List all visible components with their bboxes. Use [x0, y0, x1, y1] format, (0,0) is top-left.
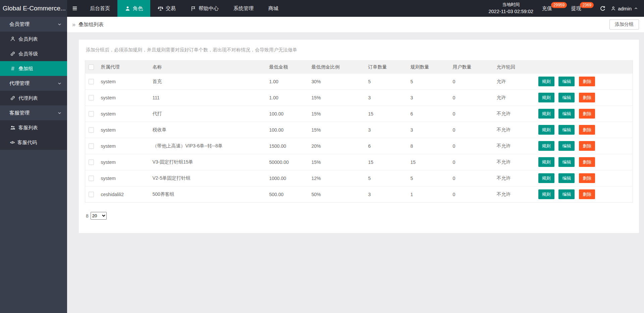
rule-button[interactable]: 规则	[538, 93, 554, 102]
rule-button[interactable]: 规则	[538, 109, 554, 119]
select-all-checkbox[interactable]	[89, 64, 94, 70]
nav-item-dashboard[interactable]: 后台首页	[83, 0, 117, 17]
cell-min-commission: 12%	[312, 170, 368, 186]
flag-icon	[191, 6, 196, 11]
cell-loop: 不允许	[497, 138, 538, 154]
sidebar-toggle-button[interactable]	[67, 0, 83, 17]
row-checkbox[interactable]	[89, 160, 94, 165]
sidebar-item-service-code[interactable]: </> 客服代码	[0, 135, 67, 150]
nav-item-roles[interactable]: 角色	[117, 0, 150, 17]
page-size-select[interactable]: 20	[91, 212, 107, 220]
nav-item-help-center[interactable]: 帮助中心	[183, 0, 226, 17]
people-icon	[10, 125, 15, 130]
row-checkbox[interactable]	[89, 95, 94, 100]
sidebar-item-service-list[interactable]: 客服列表	[0, 120, 67, 135]
col-min-amount: 最低金额	[269, 61, 312, 74]
chevron-down-icon	[57, 111, 62, 115]
rule-button[interactable]: 规则	[538, 141, 554, 151]
delete-button[interactable]: 删除	[579, 173, 595, 183]
cell-name: 111	[153, 90, 269, 106]
scales-icon	[158, 6, 163, 11]
total-count: 8	[86, 213, 89, 219]
delete-button[interactable]: 删除	[579, 125, 595, 135]
cell-name: V2-5单固定打针组	[153, 170, 269, 186]
recharge-badge[interactable]: 29959	[551, 2, 567, 8]
user-menu[interactable]: admin	[611, 6, 638, 11]
rule-button[interactable]: 规则	[538, 189, 554, 199]
local-time: 当地时间 2022-11-03 02:59:02	[488, 1, 533, 15]
page-title: 叠加组列表	[78, 21, 104, 28]
table-row: system 111 1.00 15% 3 3 0 允许 规则 编辑 删除	[85, 90, 633, 106]
cell-orders: 15	[368, 106, 411, 122]
edit-button[interactable]: 编辑	[558, 141, 575, 151]
row-checkbox[interactable]	[89, 176, 94, 181]
cell-name: 500养客组	[153, 186, 269, 203]
edit-button[interactable]: 编辑	[558, 93, 575, 102]
main-menu: 后台首页 角色 交易 帮助中心 系统管理 商城	[83, 0, 286, 17]
link-icon	[10, 95, 15, 101]
nav-item-mall[interactable]: 商城	[261, 0, 286, 17]
delete-button[interactable]: 删除	[579, 93, 595, 102]
cell-agent: system	[101, 122, 153, 138]
code-icon: </>	[10, 140, 14, 144]
cell-orders: 3	[368, 122, 411, 138]
cell-users: 0	[453, 186, 497, 203]
sidebar-group-member-management[interactable]: 会员管理	[0, 17, 67, 32]
sidebar-item-agent-list[interactable]: 代理列表	[0, 91, 67, 105]
row-checkbox[interactable]	[89, 127, 94, 133]
chevron-down-icon	[57, 22, 62, 27]
cell-rules: 5	[411, 170, 453, 186]
sidebar-item-stack-group[interactable]: 叠加组	[0, 61, 67, 76]
withdraw-badge[interactable]: 2369	[580, 2, 594, 8]
delete-button[interactable]: 删除	[579, 109, 595, 119]
cell-min-amount: 100.00	[269, 122, 312, 138]
add-group-button[interactable]: 添加分组	[609, 19, 639, 30]
withdraw-link[interactable]: 提现	[571, 5, 581, 12]
sidebar-item-member-list[interactable]: 会员列表	[0, 32, 67, 46]
rule-button[interactable]: 规则	[538, 125, 554, 135]
local-time-label: 当地时间	[488, 1, 533, 8]
rule-button[interactable]: 规则	[538, 173, 554, 183]
cell-min-commission: 15%	[312, 106, 368, 122]
nav-item-trade[interactable]: 交易	[150, 0, 183, 17]
recharge-link[interactable]: 充值	[542, 5, 552, 12]
cell-min-amount: 50000.00	[269, 154, 312, 170]
rule-button[interactable]: 规则	[538, 77, 554, 86]
edit-button[interactable]: 编辑	[558, 189, 575, 199]
delete-button[interactable]: 删除	[579, 141, 595, 151]
sidebar-item-member-level[interactable]: 会员等级	[0, 46, 67, 61]
hamburger-icon	[72, 5, 78, 11]
rule-button[interactable]: 规则	[538, 157, 554, 167]
delete-button[interactable]: 删除	[579, 157, 595, 167]
row-checkbox[interactable]	[89, 111, 94, 117]
cell-loop: 允许	[497, 90, 538, 106]
cell-loop: 不允许	[497, 122, 538, 138]
person-icon	[10, 36, 15, 42]
delete-button[interactable]: 删除	[579, 77, 595, 86]
app-logo: Global E-Commerce...	[0, 0, 67, 17]
row-checkbox[interactable]	[89, 192, 94, 197]
edit-button[interactable]: 编辑	[558, 109, 575, 119]
refresh-icon	[600, 6, 605, 11]
row-checkbox[interactable]	[89, 79, 94, 84]
edit-button[interactable]: 编辑	[558, 157, 575, 167]
cell-name: V3-固定打针组15单	[153, 154, 269, 170]
nav-item-system[interactable]: 系统管理	[226, 0, 261, 17]
cell-users: 0	[453, 90, 497, 106]
cell-agent: system	[101, 74, 153, 90]
edit-button[interactable]: 编辑	[558, 125, 575, 135]
cell-rules: 15	[411, 154, 453, 170]
cell-loop: 不允许	[497, 186, 538, 203]
sidebar-group-agent-management[interactable]: 代理管理	[0, 76, 67, 91]
cell-users: 0	[453, 138, 497, 154]
edit-button[interactable]: 编辑	[558, 173, 575, 183]
row-checkbox[interactable]	[89, 143, 94, 149]
cell-min-amount: 1.00	[269, 90, 312, 106]
edit-button[interactable]: 编辑	[558, 77, 575, 86]
link-icon	[10, 51, 15, 56]
refresh-button[interactable]	[600, 6, 605, 11]
cell-orders: 5	[368, 74, 411, 90]
sidebar: 会员管理 会员列表 会员等级 叠加组 代理管理 代理列表 客服管理 客服列表 <…	[0, 17, 67, 313]
delete-button[interactable]: 删除	[579, 189, 595, 199]
sidebar-group-service-management[interactable]: 客服管理	[0, 105, 67, 120]
